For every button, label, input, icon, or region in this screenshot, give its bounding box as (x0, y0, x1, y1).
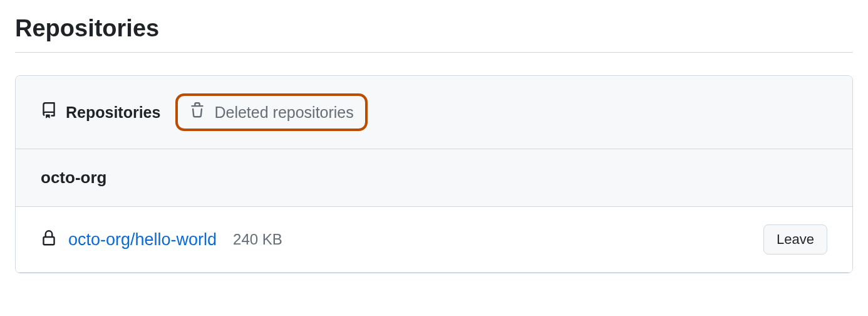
repo-size: 240 KB (233, 231, 282, 248)
tab-deleted-repositories-label: Deleted repositories (214, 103, 353, 122)
repo-left: octo-org/hello-world 240 KB (41, 230, 282, 250)
lock-icon (41, 230, 57, 249)
repo-row: octo-org/hello-world 240 KB Leave (16, 207, 852, 273)
repositories-panel: Repositories Deleted repositories octo-o… (15, 75, 853, 273)
repo-icon (41, 102, 57, 122)
divider (15, 52, 853, 53)
leave-button[interactable]: Leave (763, 224, 827, 255)
tab-repositories-label: Repositories (66, 103, 160, 122)
page-title: Repositories (15, 15, 853, 42)
tab-deleted-repositories[interactable]: Deleted repositories (189, 102, 353, 122)
tabs-header: Repositories Deleted repositories (16, 76, 852, 149)
repo-link[interactable]: octo-org/hello-world (68, 230, 217, 250)
tab-repositories[interactable]: Repositories (41, 102, 160, 122)
org-header: octo-org (16, 149, 852, 207)
highlight-deleted-tab: Deleted repositories (175, 93, 367, 131)
trash-icon (189, 102, 205, 122)
